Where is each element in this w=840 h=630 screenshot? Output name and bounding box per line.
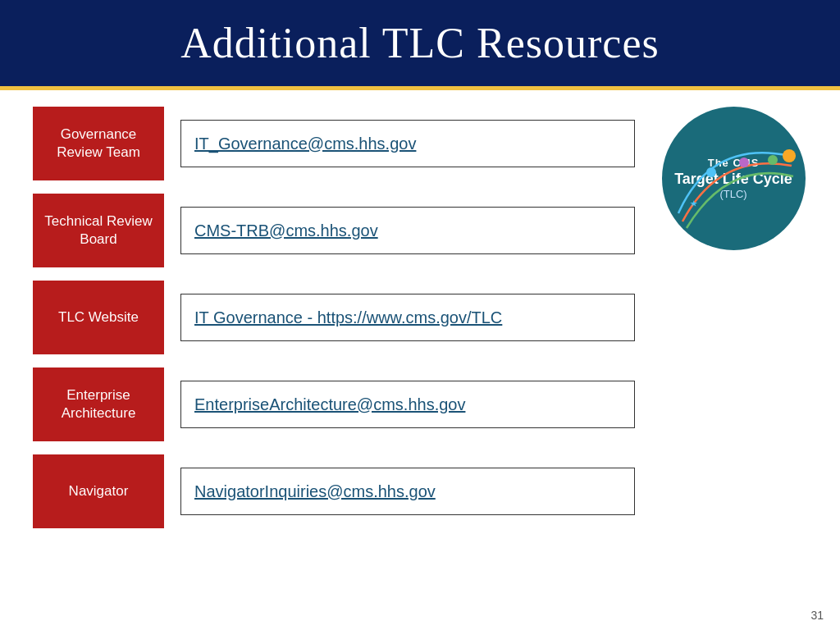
resource-list: Governance Review TeamIT_Governance@cms.… (33, 107, 635, 618)
resource-link-box-2: IT Governance - https://www.cms.gov/TLC (180, 294, 635, 341)
resource-label-3: Enterprise Architecture (33, 368, 164, 441)
main-content: Governance Review TeamIT_Governance@cms.… (0, 90, 840, 626)
resource-link-1[interactable]: CMS-TRB@cms.hhs.gov (194, 221, 378, 240)
resource-row: Governance Review TeamIT_Governance@cms.… (33, 107, 635, 180)
page-title: Additional TLC Resources (180, 19, 659, 67)
resource-label-0: Governance Review Team (33, 107, 164, 180)
svg-point-1 (739, 158, 749, 167)
resource-row: TLC WebsiteIT Governance - https://www.c… (33, 281, 635, 354)
page-header: Additional TLC Resources (0, 0, 840, 90)
resource-link-0[interactable]: IT_Governance@cms.hhs.gov (194, 135, 416, 153)
resource-link-3[interactable]: EnterpriseArchitecture@cms.hhs.gov (194, 395, 465, 414)
resource-label-2: TLC Website (33, 281, 164, 354)
tlc-logo-area: The CMS Target Life Cycle (TLC) (651, 107, 815, 618)
tlc-circle: The CMS Target Life Cycle (TLC) (662, 107, 806, 250)
resource-row: Enterprise ArchitectureEnterpriseArchite… (33, 368, 635, 441)
resource-label-1: Technical Review Board (33, 194, 164, 267)
svg-point-2 (768, 155, 778, 165)
svg-point-0 (706, 167, 716, 177)
resource-label-4: Navigator (33, 454, 164, 528)
resource-link-2[interactable]: IT Governance - https://www.cms.gov/TLC (194, 308, 502, 327)
resource-link-box-1: CMS-TRB@cms.hhs.gov (180, 207, 635, 254)
resource-link-box-0: IT_Governance@cms.hhs.gov (180, 120, 635, 167)
resource-link-box-4: NavigatorInquiries@cms.hhs.gov (180, 468, 635, 515)
resource-link-box-3: EnterpriseArchitecture@cms.hhs.gov (180, 381, 635, 428)
resource-row: Technical Review BoardCMS-TRB@cms.hhs.go… (33, 194, 635, 267)
resource-link-4[interactable]: NavigatorInquiries@cms.hhs.gov (194, 482, 436, 501)
resource-row: NavigatorNavigatorInquiries@cms.hhs.gov (33, 454, 635, 528)
page-number: 31 (810, 609, 824, 622)
